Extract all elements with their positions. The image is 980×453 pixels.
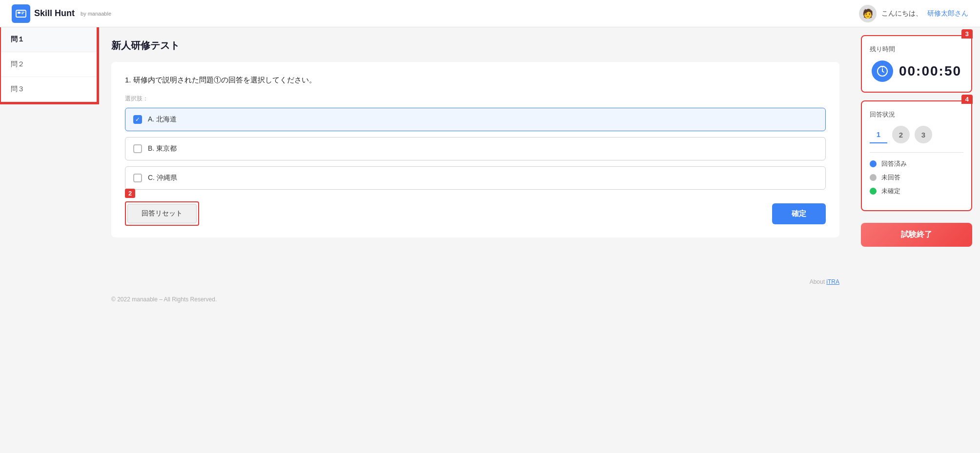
legend-answered: 回答済み [870, 159, 963, 168]
timer-box: 3 残り時間 00:00:50 [861, 35, 972, 93]
choice-b[interactable]: B. 東京都 [125, 137, 826, 160]
choice-c[interactable]: C. 沖縄県 [125, 166, 826, 190]
question-sidebar: 問１ 問２ 問３ [0, 27, 98, 103]
status-numbers: 1 2 3 [870, 126, 963, 143]
about-link[interactable]: About iTRA [810, 278, 839, 303]
sidebar-item-q3[interactable]: 問３ [1, 77, 97, 102]
svg-rect-0 [16, 10, 26, 17]
logo-icon [12, 4, 30, 23]
reset-button-border: 回答リセット [125, 201, 199, 226]
status-num-2[interactable]: 2 [892, 126, 910, 143]
legend-unanswered: 未回答 [870, 173, 963, 182]
timer-icon [872, 60, 893, 82]
confirm-button[interactable]: 確定 [772, 203, 826, 224]
question-text: 1. 研修内で説明された問題①の回答を選択してください。 [125, 76, 826, 85]
exam-title: 新人研修テスト [111, 39, 839, 52]
answer-status-box: 4 回答状況 1 2 3 回答済み 未回答 未確定 [861, 100, 972, 211]
timer-display: 00:00:50 [870, 60, 963, 82]
main-layout: 問１ 問２ 問３ 1 新人研修テスト 1. 研修内で説明された問題①の回答を選択… [0, 27, 980, 453]
status-num-1[interactable]: 1 [870, 126, 887, 143]
choice-b-label: B. 東京都 [148, 144, 177, 153]
timer-value: 00:00:50 [899, 63, 961, 79]
status-num-3[interactable]: 3 [915, 126, 932, 143]
annotation-badge-2: 2 [125, 189, 135, 198]
legend-unanswered-label: 未回答 [881, 173, 900, 182]
legend-tentative: 未確定 [870, 187, 963, 196]
checkbox-a: ✓ [133, 115, 142, 124]
avatar: 🧑 [859, 5, 877, 22]
choices-label: 選択肢： [125, 95, 826, 103]
dot-answered [870, 160, 877, 167]
greeting-text: こんにちは、 [881, 9, 922, 18]
user-name-link[interactable]: 研修太郎さん [927, 9, 968, 18]
copyright: © 2022 manaable – All Rights Reserved. [111, 296, 217, 303]
app-header: Skill Hunt by manaable 🧑 こんにちは、研修太郎さん [0, 0, 980, 27]
reset-button[interactable]: 回答リセット [127, 204, 197, 223]
dot-tentative [870, 188, 877, 195]
logo-text: Skill Hunt [34, 8, 75, 19]
question-card: 1. 研修内で説明された問題①の回答を選択してください。 選択肢： ✓ A. 北… [111, 62, 839, 237]
status-title: 回答状況 [870, 110, 963, 119]
choice-a-label: A. 北海道 [148, 115, 177, 124]
dot-unanswered [870, 174, 877, 181]
user-info: 🧑 こんにちは、研修太郎さん [859, 5, 968, 22]
choice-c-label: C. 沖縄県 [148, 174, 177, 182]
itra-link[interactable]: iTRA [826, 278, 839, 285]
choice-a[interactable]: ✓ A. 北海道 [125, 108, 826, 131]
reset-wrapper: 2 回答リセット [125, 201, 199, 226]
checkbox-b [133, 144, 142, 153]
logo-sub: by manaable [81, 11, 111, 17]
legend-answered-label: 回答済み [881, 159, 907, 168]
svg-rect-1 [18, 12, 20, 14]
right-panel: 3 残り時間 00:00:50 4 回答状況 1 2 3 [853, 27, 980, 453]
content-area: 新人研修テスト 1. 研修内で説明された問題①の回答を選択してください。 選択肢… [98, 27, 853, 453]
checkbox-c [133, 174, 142, 182]
legend-tentative-label: 未確定 [881, 187, 900, 196]
sidebar-item-q1[interactable]: 問１ [1, 27, 97, 52]
annotation-badge-3: 3 [961, 29, 973, 39]
logo-area: Skill Hunt by manaable [12, 4, 111, 23]
sidebar-item-q2[interactable]: 問２ [1, 52, 97, 77]
card-footer: 2 回答リセット 確定 [125, 201, 826, 226]
footer-area: © 2022 manaable – All Rights Reserved. A… [111, 276, 839, 303]
timer-title: 残り時間 [870, 45, 963, 54]
end-exam-button[interactable]: 試験終了 [861, 223, 972, 247]
annotation-badge-4: 4 [961, 95, 973, 104]
status-divider [870, 152, 963, 153]
